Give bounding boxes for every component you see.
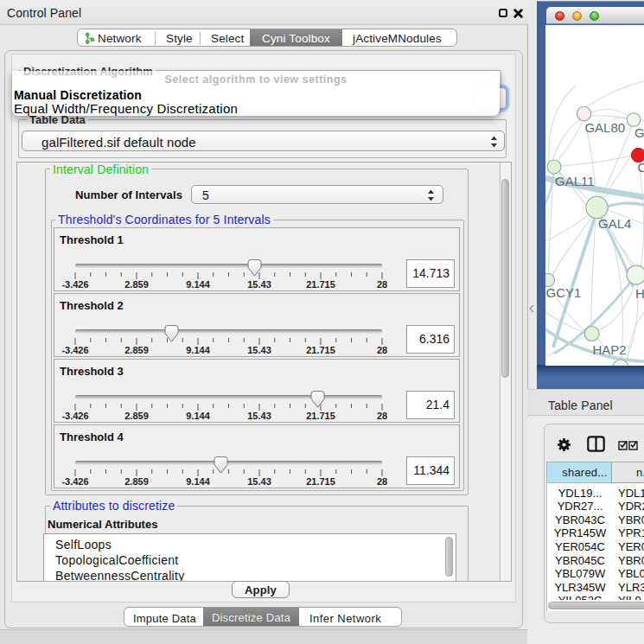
svg-text:GAL80: GAL80 — [584, 120, 625, 135]
svg-text:H: H — [635, 286, 644, 301]
svg-text:GA: GA — [634, 125, 644, 140]
svg-text:GAL11: GAL11 — [555, 174, 595, 188]
svg-text:HAP2: HAP2 — [593, 342, 627, 357]
svg-text:C: C — [638, 160, 644, 175]
svg-text:GAL4: GAL4 — [598, 216, 631, 231]
svg-text:GCY1: GCY1 — [546, 285, 582, 300]
